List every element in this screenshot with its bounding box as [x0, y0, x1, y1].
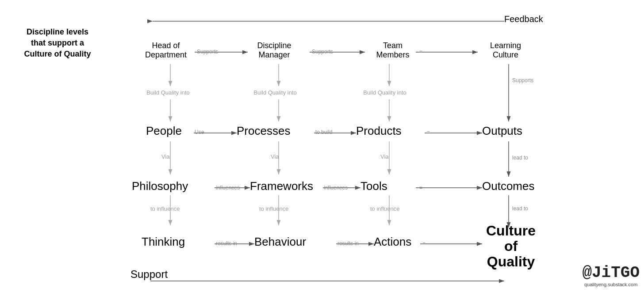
equals-3-label: =	[419, 185, 422, 191]
to-influence-3: to influence	[370, 205, 400, 212]
via-2-label: Via	[271, 153, 279, 160]
head-of-dept: Head ofDepartment	[137, 41, 195, 60]
to-influence-2: to influence	[259, 205, 289, 212]
leadto-1-label: lead to	[512, 155, 528, 161]
tools-node: Tools	[360, 179, 387, 193]
to-influence-1: to influence	[150, 205, 180, 212]
products-node: Products	[356, 124, 402, 138]
build-quality-3: Build Quality into	[349, 89, 420, 96]
build-quality-2: Build Quality into	[240, 89, 310, 96]
left-label: Discipline levelsthat support aCulture o…	[9, 27, 106, 60]
behaviour-node: Behaviour	[254, 235, 306, 249]
culture-of-quality: CultureofQuality	[482, 223, 540, 270]
via-3-label: Via	[380, 153, 389, 160]
outputs-node: Outputs	[482, 124, 522, 138]
tobuild-label: to build	[315, 129, 333, 135]
use-label: Use	[195, 129, 204, 135]
equals-2-label: =	[427, 129, 430, 135]
page: Discipline levelsthat support aCulture o…	[0, 0, 644, 296]
build-quality-1: Build Quality into	[133, 89, 203, 96]
outcomes-node: Outcomes	[482, 179, 535, 193]
supports-down-label: Supports	[512, 77, 533, 83]
supports-2-label: Supports	[312, 49, 333, 55]
equals-4-label: =	[422, 240, 426, 247]
thinking-node: Thinking	[142, 235, 185, 249]
via-1-label: Via	[161, 153, 170, 160]
actions-node: Actions	[374, 235, 411, 249]
results-in-2-label: results in	[337, 240, 359, 247]
leadto-2-label: lead to	[512, 205, 528, 212]
results-in-1-label: results in	[216, 240, 237, 247]
people-node: People	[146, 124, 182, 138]
philosophy-node: Philosophy	[132, 179, 188, 193]
watermark: @JiTGO qualityeng.substack.com	[582, 264, 640, 287]
equals-1-label: =	[419, 49, 422, 55]
frameworks-node: Frameworks	[250, 179, 313, 193]
influences-2-label: influences	[324, 185, 348, 191]
learning-culture: LearningCulture	[477, 41, 534, 60]
watermark-text: @JiTGO	[582, 264, 640, 282]
influences-1-label: influences	[216, 185, 240, 191]
supports-1-label: Supports	[197, 49, 218, 55]
feedback-label: Feedback	[504, 14, 543, 24]
watermark-sub: qualityeng.substack.com	[582, 282, 640, 287]
diagram: Feedback Head ofDepartment Supports Disc…	[119, 4, 619, 292]
team-members: TeamMembers	[364, 41, 422, 60]
processes-node: Processes	[237, 124, 290, 138]
left-label-text: Discipline levelsthat support aCulture o…	[24, 27, 91, 58]
discipline-manager: DisciplineManager	[245, 41, 303, 60]
support-label: Support	[130, 268, 168, 281]
